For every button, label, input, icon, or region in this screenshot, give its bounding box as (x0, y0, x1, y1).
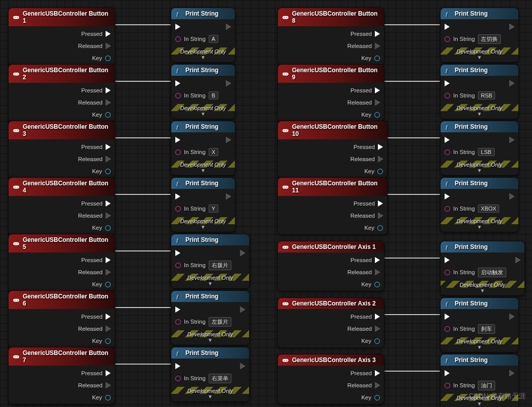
exec-out-pin[interactable] (378, 213, 383, 219)
pressed-pin-row[interactable]: Pressed (13, 199, 111, 208)
exec-out-pin[interactable] (375, 257, 380, 263)
instring-value[interactable]: LSB (478, 148, 495, 156)
print-string-node[interactable]: fPrint StringIn StringADevelopment Only▼ (171, 8, 235, 63)
exec-out-pin[interactable] (240, 307, 245, 313)
released-pin-row[interactable]: Released (282, 41, 380, 50)
event-node[interactable]: GenericUSBController Button 6PressedRele… (8, 290, 115, 348)
instring-row[interactable]: In StringXBOX (445, 204, 514, 213)
exec-out-pin[interactable] (378, 200, 383, 207)
event-node[interactable]: GenericUSBController Axis 3PressedReleas… (277, 354, 384, 404)
data-out-pin[interactable] (374, 56, 380, 61)
event-node[interactable]: GenericUSBController Axis 2PressedReleas… (277, 297, 384, 348)
event-node[interactable]: GenericUSBController Button 2PressedRele… (8, 64, 115, 122)
node-header[interactable]: fPrint String (171, 65, 235, 76)
pressed-pin-row[interactable]: Pressed (13, 369, 111, 378)
key-pin-row[interactable]: Key (282, 110, 380, 119)
data-out-pin[interactable] (105, 56, 111, 61)
key-pin-row[interactable]: Key (13, 54, 111, 63)
exec-out-pin[interactable] (378, 144, 383, 150)
event-node[interactable]: GenericUSBController Axis 1PressedReleas… (277, 241, 384, 291)
print-string-node[interactable]: fPrint StringIn String启动触发Development On… (440, 241, 525, 296)
instring-value[interactable]: A (209, 35, 218, 43)
node-header[interactable]: fPrint String (441, 354, 518, 366)
exec-out-pin[interactable] (375, 370, 380, 376)
node-header[interactable]: GenericUSBController Axis 3 (278, 354, 384, 366)
instring-value[interactable]: 油门 (478, 381, 495, 390)
released-pin-row[interactable]: Released (13, 41, 111, 50)
expand-arrow-icon[interactable]: ▼ (441, 344, 518, 351)
instring-value[interactable]: Y (209, 205, 218, 213)
node-header[interactable]: GenericUSBController Axis 2 (278, 298, 384, 309)
event-node[interactable]: GenericUSBController Button 10PressedRel… (277, 121, 388, 178)
event-node[interactable]: GenericUSBController Button 3PressedRele… (8, 121, 115, 178)
expand-arrow-icon[interactable]: ▼ (441, 401, 518, 407)
expand-arrow-icon[interactable]: ▼ (171, 55, 235, 61)
print-string-node[interactable]: fPrint StringIn String油门Development Only… (440, 354, 519, 407)
string-in-pin[interactable] (445, 206, 450, 212)
string-in-pin[interactable] (175, 319, 181, 325)
exec-out-pin[interactable] (106, 99, 111, 106)
string-in-pin[interactable] (445, 149, 450, 155)
exec-out-pin[interactable] (378, 156, 383, 162)
event-node[interactable]: GenericUSBController Button 4PressedRele… (8, 177, 115, 235)
string-in-pin[interactable] (445, 36, 450, 42)
exec-out-pin[interactable] (509, 80, 514, 86)
instring-value[interactable]: 右拨片 (209, 261, 231, 270)
key-pin-row[interactable]: Key (13, 110, 111, 119)
pressed-pin-row[interactable]: Pressed (282, 312, 380, 321)
event-node[interactable]: GenericUSBController Button 1PressedRele… (8, 8, 115, 65)
exec-out-pin[interactable] (375, 99, 380, 106)
node-header[interactable]: fPrint String (441, 121, 518, 132)
expand-arrow-icon[interactable]: ▼ (171, 281, 249, 287)
node-header[interactable]: fPrint String (171, 8, 235, 19)
string-in-pin[interactable] (175, 36, 181, 42)
exec-in-pin[interactable] (175, 250, 180, 256)
exec-out-pin[interactable] (106, 31, 111, 37)
data-out-pin[interactable] (377, 225, 383, 231)
exec-out-pin[interactable] (515, 257, 520, 263)
released-pin-row[interactable]: Released (13, 98, 111, 107)
event-node[interactable]: GenericUSBController Button 7PressedRele… (8, 347, 115, 404)
expand-arrow-icon[interactable]: ▼ (171, 224, 235, 231)
node-header[interactable]: GenericUSBController Button 3 (9, 121, 115, 139)
event-node[interactable]: GenericUSBController Button 5PressedRele… (8, 234, 115, 291)
print-string-node[interactable]: fPrint StringIn StringYDevelopment Only▼ (171, 177, 235, 232)
expand-arrow-icon[interactable]: ▼ (171, 168, 235, 174)
instring-row[interactable]: In String左切换 (445, 34, 514, 43)
exec-out-pin[interactable] (375, 326, 380, 332)
exec-out-pin[interactable] (106, 156, 111, 162)
exec-out-pin[interactable] (375, 43, 380, 49)
string-in-pin[interactable] (445, 326, 450, 332)
data-out-pin[interactable] (374, 338, 380, 344)
pressed-pin-row[interactable]: Pressed (282, 29, 380, 38)
exec-out-pin[interactable] (375, 269, 380, 275)
instring-row[interactable]: In StringLSB (445, 147, 514, 157)
exec-out-pin[interactable] (375, 382, 380, 388)
exec-out-pin[interactable] (509, 370, 514, 376)
expand-arrow-icon[interactable]: ▼ (441, 288, 524, 294)
exec-out-pin[interactable] (106, 43, 111, 49)
instring-value[interactable]: 左切换 (478, 34, 501, 44)
pressed-pin-row[interactable]: Pressed (282, 142, 383, 151)
pressed-pin-row[interactable]: Pressed (282, 199, 383, 208)
pressed-pin-row[interactable]: Pressed (13, 29, 111, 38)
data-out-pin[interactable] (105, 112, 111, 118)
pressed-pin-row[interactable]: Pressed (13, 86, 111, 95)
node-header[interactable]: GenericUSBController Button 5 (9, 234, 115, 252)
exec-out-pin[interactable] (106, 382, 111, 388)
event-node[interactable]: GenericUSBController Button 8PressedRele… (277, 8, 384, 65)
exec-out-pin[interactable] (509, 314, 514, 320)
exec-out-pin[interactable] (509, 193, 514, 199)
instring-row[interactable]: In String刹车 (445, 324, 514, 333)
print-string-node[interactable]: fPrint StringIn StringXDevelopment Only▼ (171, 121, 235, 176)
key-pin-row[interactable]: Key (13, 336, 111, 345)
data-out-pin[interactable] (105, 395, 111, 400)
released-pin-row[interactable]: Released (282, 98, 380, 107)
instring-row[interactable]: In String右拨片 (175, 261, 245, 270)
exec-in-pin[interactable] (175, 80, 180, 86)
key-pin-row[interactable]: Key (13, 167, 111, 176)
print-string-node[interactable]: fPrint StringIn String左切换Development Onl… (440, 8, 519, 63)
released-pin-row[interactable]: Released (13, 268, 111, 277)
instring-row[interactable]: In StringA (175, 34, 231, 43)
instring-row[interactable]: In String油门 (445, 381, 514, 390)
